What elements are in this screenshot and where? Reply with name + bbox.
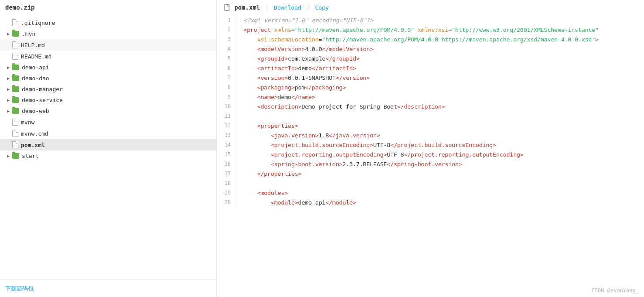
folder-icon <box>12 86 19 92</box>
file-label: HELP.md <box>21 42 45 48</box>
file-name: pom.xml <box>234 4 260 11</box>
project-title: demo.zip <box>5 4 34 11</box>
expand-arrow-icon: ▶ <box>5 154 11 158</box>
copy-link[interactable]: Copy <box>315 4 329 11</box>
list-item[interactable]: ▶ demo-api <box>0 62 216 73</box>
line-code <box>236 111 644 121</box>
line-number: 4 <box>217 44 236 54</box>
list-item[interactable]: ▶ demo-web <box>0 106 216 116</box>
table-row: 16 <spring-boot.version>2.3.7.RELEASE</s… <box>217 159 644 169</box>
folder-icon <box>12 153 19 159</box>
line-number: 2 <box>217 25 236 34</box>
line-number: 9 <box>217 92 236 102</box>
line-code: <?xml version="1.0" encoding="UTF-8"?> <box>236 15 644 25</box>
table-row: 15 <project.reporting.outputEncoding>UTF… <box>217 150 644 159</box>
line-code: xsi:schemaLocation="http://maven.apache.… <box>236 34 644 44</box>
table-row: 20 <module>demo-api</module> <box>217 198 644 207</box>
line-number: 5 <box>217 54 236 63</box>
sidebar-footer: 下载源码包 <box>0 280 216 297</box>
line-number: 19 <box>217 188 236 198</box>
line-number: 17 <box>217 169 236 178</box>
line-code <box>236 178 644 188</box>
list-item[interactable]: README.md <box>0 51 216 62</box>
file-label: demo-api <box>22 64 49 71</box>
file-header: pom.xml | Download | Copy <box>217 0 644 15</box>
line-number: 8 <box>217 82 236 92</box>
code-area[interactable]: 1 <?xml version="1.0" encoding="UTF-8"?>… <box>217 15 644 297</box>
line-number: 3 <box>217 34 236 44</box>
file-label: demo-service <box>22 97 63 103</box>
file-header-icon <box>224 4 231 11</box>
list-item[interactable]: ▶ start <box>0 150 216 161</box>
line-code: <name>demo</name> <box>236 92 644 102</box>
main-container: demo.zip .gitignore ▶ .mvn HELP.md <box>0 0 644 297</box>
line-code: <project.reporting.outputEncoding>UTF-8<… <box>236 150 644 159</box>
line-code: <packaging>pom</packaging> <box>236 82 644 92</box>
line-number: 1 <box>217 15 236 25</box>
code-table: 1 <?xml version="1.0" encoding="UTF-8"?>… <box>217 15 644 207</box>
list-item[interactable]: ▶ .mvn <box>0 28 216 39</box>
line-number: 14 <box>217 140 236 150</box>
line-code: <project.build.sourceEncoding>UTF-8</pro… <box>236 140 644 150</box>
folder-icon <box>12 108 19 114</box>
line-code: <project xmlns="http://maven.apache.org/… <box>236 25 644 34</box>
download-source-link[interactable]: 下载源码包 <box>5 285 34 293</box>
folder-icon <box>12 65 19 70</box>
list-item[interactable]: ▶ demo-service <box>0 95 216 106</box>
divider: | <box>306 4 310 11</box>
file-label: demo-manager <box>22 86 63 92</box>
line-number: 7 <box>217 73 236 82</box>
svg-rect-0 <box>225 4 229 10</box>
list-item[interactable]: ▶ demo-dao <box>0 73 216 84</box>
line-number: 6 <box>217 63 236 73</box>
line-number: 13 <box>217 130 236 140</box>
table-row: 17 </properties> <box>217 169 644 178</box>
line-number: 11 <box>217 111 236 121</box>
file-label: README.md <box>21 53 51 60</box>
file-label: mvnw.cmd <box>21 130 48 137</box>
table-row: 12 <properties> <box>217 121 644 130</box>
list-item[interactable]: mvnw.cmd <box>0 128 216 139</box>
line-code: <modules> <box>236 188 644 198</box>
list-item[interactable]: mvnw <box>0 116 216 128</box>
table-row: 11 <box>217 111 644 121</box>
folder-icon <box>12 97 19 103</box>
expand-arrow-icon: ▶ <box>5 65 11 70</box>
file-label: demo-dao <box>22 75 49 82</box>
table-row: 2 <project xmlns="http://maven.apache.or… <box>217 25 644 34</box>
file-label: demo-web <box>22 108 49 114</box>
expand-arrow-icon: ▶ <box>5 87 11 92</box>
table-row: 19 <modules> <box>217 188 644 198</box>
sidebar: demo.zip .gitignore ▶ .mvn HELP.md <box>0 0 217 297</box>
line-code: <artifactId>demo</artifactId> <box>236 63 644 73</box>
file-label: mvnw <box>21 119 34 126</box>
download-link[interactable]: Download <box>274 4 301 11</box>
table-row: 3 xsi:schemaLocation="http://maven.apach… <box>217 34 644 44</box>
table-row: 5 <groupId>com.example</groupId> <box>217 54 644 63</box>
line-code: <groupId>com.example</groupId> <box>236 54 644 63</box>
line-code: <version>0.0.1-SNAPSHOT</version> <box>236 73 644 82</box>
line-code: <spring-boot.version>2.3.7.RELEASE</spri… <box>236 159 644 169</box>
file-label: .mvn <box>22 31 35 37</box>
table-row: 6 <artifactId>demo</artifactId> <box>217 63 644 73</box>
list-item[interactable]: ▶ demo-manager <box>0 84 216 95</box>
table-row: 7 <version>0.0.1-SNAPSHOT</version> <box>217 73 644 82</box>
file-icon <box>12 141 18 148</box>
file-icon <box>12 53 18 60</box>
line-number: 15 <box>217 150 236 159</box>
folder-icon <box>12 75 19 81</box>
list-item[interactable]: .gitignore <box>0 17 216 28</box>
file-icon <box>12 130 18 137</box>
file-tree: .gitignore ▶ .mvn HELP.md README.md <box>0 15 216 280</box>
list-item[interactable]: HELP.md <box>0 39 216 51</box>
list-item[interactable]: pom.xml <box>0 139 216 150</box>
folder-icon <box>12 31 19 37</box>
divider: | <box>265 4 269 11</box>
table-row: 13 <java.version>1.8</java.version> <box>217 130 644 140</box>
file-label: pom.xml <box>21 142 45 148</box>
expand-arrow-icon: ▶ <box>5 98 11 102</box>
table-row: 1 <?xml version="1.0" encoding="UTF-8"?> <box>217 15 644 25</box>
file-icon <box>12 19 18 26</box>
line-code: <module>demo-api</module> <box>236 198 644 207</box>
file-label: start <box>22 153 39 159</box>
